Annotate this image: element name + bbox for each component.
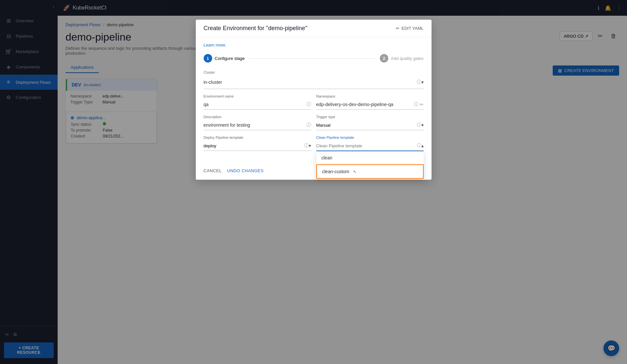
info-icon: ⓘ: [417, 79, 421, 85]
namespace-field: Namespace ⓘ ✏: [316, 94, 424, 110]
namespace-edit-icon[interactable]: ✏: [420, 102, 424, 107]
clean-pipeline-select-row: ⓘ ▴: [316, 141, 424, 151]
step-2: 2 Add quality gates: [380, 54, 424, 63]
step-line: [249, 58, 376, 59]
namespace-info-icon: ⓘ: [414, 101, 418, 107]
namespace-input-row: ⓘ ✏: [316, 100, 424, 110]
chevron-down-icon[interactable]: ▾: [421, 80, 424, 85]
edit-yaml-icon: ✏: [396, 26, 399, 31]
deploy-pipeline-label: Deploy Pipeline template: [204, 136, 311, 139]
deploy-pipeline-field: Deploy Pipeline template ⓘ ▾: [204, 136, 311, 151]
dropdown-option-clean-custom[interactable]: clean-custom ↖: [316, 164, 424, 179]
dialog-header: Create Environment for "demo-pipeline" ✏…: [196, 20, 432, 37]
cursor-icon: ↖: [353, 170, 357, 174]
clean-info-icon: ⓘ: [417, 143, 421, 149]
description-label: Description: [204, 115, 311, 119]
dialog-body: Learn more. 1 Configure stage 2 Add qual…: [196, 37, 432, 162]
trigger-info-icon: ⓘ: [417, 122, 421, 128]
step-1: 1 Configure stage: [204, 54, 245, 63]
clean-pipeline-field: Clean Pipeline template ⓘ ▴ clean clean-…: [316, 136, 424, 151]
modal-overlay: Create Environment for "demo-pipeline" ✏…: [0, 0, 627, 364]
dropdown-option-label: clean: [322, 155, 332, 160]
cluster-field: Cluster ⓘ ▾: [204, 70, 424, 89]
clean-pipeline-input[interactable]: [316, 143, 415, 148]
form-row-pipelines: Deploy Pipeline template ⓘ ▾ Clean Pipel…: [204, 136, 424, 151]
dropdown-option-label: clean-custom: [322, 169, 349, 174]
clean-chevron-up-icon[interactable]: ▴: [421, 143, 424, 148]
env-name-label: Environment name: [204, 94, 311, 98]
form-row-cluster: Cluster ⓘ ▾: [204, 70, 424, 89]
description-field: Description ⓘ: [204, 115, 311, 130]
cluster-input[interactable]: [204, 78, 415, 87]
namespace-input[interactable]: [316, 102, 413, 107]
deploy-pipeline-select-row: ⓘ ▾: [204, 141, 311, 151]
env-name-input-row: ⓘ: [204, 100, 311, 110]
deploy-pipeline-input[interactable]: [204, 143, 303, 148]
form-row-desc-trigger: Description ⓘ Trigger type ⓘ ▾: [204, 115, 424, 130]
form-row-env-namespace: Environment name ⓘ Namespace ⓘ ✏: [204, 94, 424, 110]
step-2-number: 2: [383, 56, 385, 61]
trigger-type-label: Trigger type: [316, 115, 424, 119]
trigger-type-field: Trigger type ⓘ ▾: [316, 115, 424, 130]
step-2-circle: 2: [380, 54, 388, 63]
trigger-type-input[interactable]: [316, 123, 415, 128]
create-environment-dialog: Create Environment for "demo-pipeline" ✏…: [196, 20, 432, 180]
deploy-chevron-down-icon[interactable]: ▾: [309, 143, 311, 148]
step-1-label: Configure stage: [215, 56, 245, 61]
step-1-circle: 1: [204, 54, 212, 63]
cluster-label: Cluster: [204, 70, 424, 74]
dialog-title: Create Environment for "demo-pipeline": [204, 25, 307, 32]
deploy-info-icon: ⓘ: [304, 143, 309, 149]
description-input[interactable]: [204, 122, 305, 128]
trigger-type-select-row: ⓘ ▾: [316, 120, 424, 130]
env-name-input[interactable]: [204, 102, 305, 107]
description-input-row: ⓘ: [204, 120, 311, 130]
clean-pipeline-dropdown: clean clean-custom ↖: [316, 151, 424, 179]
description-info-icon: ⓘ: [306, 122, 311, 128]
namespace-label: Namespace: [316, 94, 424, 98]
env-name-info-icon: ⓘ: [306, 101, 311, 107]
clean-pipeline-label: Clean Pipeline template: [316, 136, 424, 139]
step-1-number: 1: [207, 56, 209, 61]
env-name-field: Environment name ⓘ: [204, 94, 311, 110]
undo-changes-button[interactable]: UNDO CHANGES: [227, 168, 264, 173]
cancel-button[interactable]: CANCEL: [204, 168, 222, 173]
step-2-label: Add quality gates: [391, 56, 424, 61]
edit-yaml-label: EDIT YAML: [401, 26, 423, 31]
trigger-chevron-down-icon[interactable]: ▾: [421, 122, 424, 128]
edit-yaml-button[interactable]: ✏ EDIT YAML: [396, 26, 423, 31]
cluster-select-row: ⓘ ▾: [204, 76, 424, 89]
learn-more-link[interactable]: Learn more.: [204, 43, 424, 47]
dropdown-option-clean[interactable]: clean: [316, 151, 424, 164]
stepper: 1 Configure stage 2 Add quality gates: [204, 54, 424, 63]
